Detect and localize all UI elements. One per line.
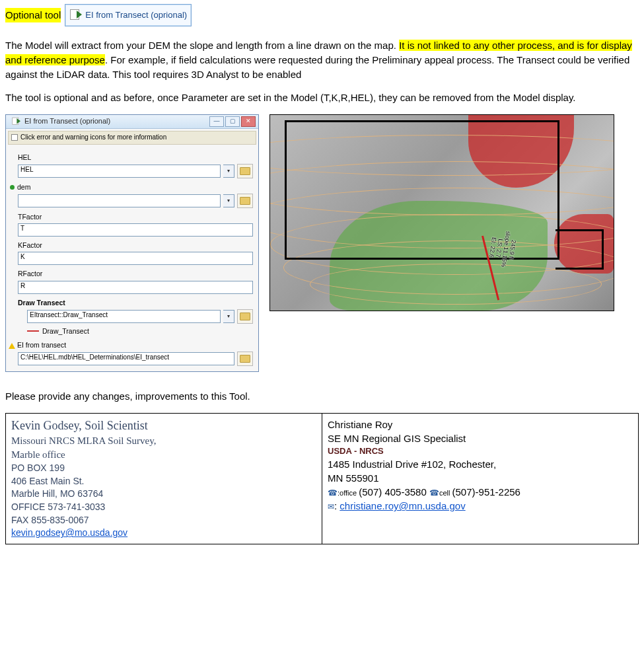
p1-pre: The Model will extract from your DEM the…: [5, 40, 399, 51]
ei-transect-icon: [11, 117, 20, 126]
tfactor-input[interactable]: T: [18, 223, 253, 237]
ei-transect-icon: [68, 9, 83, 22]
contact-left-name: Kevin Godsey, Soil Scientist: [11, 418, 316, 434]
draw-transect-browse-button[interactable]: [237, 309, 253, 324]
dem-label: dem: [18, 182, 253, 192]
dialog-hint-bar[interactable]: Click error and warning icons for more i…: [8, 131, 256, 145]
draw-transect-label: Draw Transect: [18, 298, 253, 308]
rfactor-label: RFactor: [18, 269, 253, 279]
transect-annotation: 245.9 ft slope 11.15% LS: 2.7 EI: 22.6: [487, 229, 518, 268]
mail-icon: ✉: [328, 502, 334, 511]
draw-transect-legend-row: Draw_Transect: [27, 326, 253, 336]
optional-tool-label: Optional tool: [5, 8, 61, 22]
draw-transect-input[interactable]: EItransect::Draw_Transect: [27, 310, 221, 323]
hel-label: HEL: [18, 153, 253, 163]
folder-icon: [240, 313, 250, 320]
paragraph-1: The Model will extract from your DEM the…: [5, 38, 639, 81]
expand-icon: [11, 134, 18, 141]
figures-row: EI from Transect (oprional) — ▢ ✕ Click …: [5, 114, 639, 372]
contact-right-cell-phone: (507)-951-2256: [452, 486, 520, 498]
draw-transect-dropdown-button[interactable]: ▾: [223, 310, 234, 323]
hel-dropdown-button[interactable]: ▾: [223, 165, 234, 178]
contact-right-addr1: 1485 Industrial Drive #102, Rochester,: [328, 457, 633, 471]
phone-icon: ☎: [328, 488, 338, 498]
contact-right-phones: ☎:office (507) 405-3580 ☎cell (507)-951-…: [328, 485, 633, 499]
rfactor-input[interactable]: R: [18, 281, 253, 294]
contact-right-cell: Christiane Roy SE MN Regional GIS Specia…: [322, 414, 639, 544]
paragraph-3: Please provide any changes, improvements…: [5, 389, 639, 404]
warning-icon: [9, 343, 15, 349]
contact-left-citystate: Marble Hill, MO 63764: [11, 488, 316, 501]
ei-output-browse-button[interactable]: [237, 352, 253, 366]
contact-left-org2: Marble office: [11, 448, 316, 462]
contact-left-org1: Missouri NRCS MLRA Soil Survey,: [11, 434, 316, 448]
transect-symbol-icon: [27, 330, 39, 332]
contact-right-title: SE MN Regional GIS Specialist: [328, 431, 633, 445]
contact-right-agency: USDA - NRCS: [328, 445, 633, 457]
contacts-table: Kevin Godsey, Soil Scientist Missouri NR…: [5, 413, 639, 544]
minimize-button[interactable]: —: [209, 116, 224, 127]
folder-icon: [240, 167, 250, 175]
maximize-button[interactable]: ▢: [225, 116, 240, 127]
tfactor-label: TFactor: [18, 212, 253, 222]
ei-output-label: EI from transect: [18, 340, 253, 350]
contact-right-office-phone: (507) 405-3580: [359, 486, 427, 498]
tool-button-label: EI from Transect (oprional): [85, 9, 187, 22]
map-preview: 245.9 ft slope 11.15% LS: 2.7 EI: 22.6: [269, 114, 614, 311]
contact-left-cell: Kevin Godsey, Soil Scientist Missouri NR…: [6, 414, 322, 544]
contact-left-po: PO BOX 199: [11, 462, 316, 475]
ei-from-transect-tool-button[interactable]: EI from Transect (oprional): [65, 4, 192, 26]
dialog-hint-text: Click error and warning icons for more i…: [20, 133, 166, 143]
kfactor-input[interactable]: K: [18, 252, 253, 265]
optional-tool-row: Optional tool EI from Transect (oprional…: [5, 4, 639, 26]
dem-browse-button[interactable]: [237, 194, 253, 208]
contact-right-name: Christiane Roy: [328, 418, 633, 431]
dem-input[interactable]: [18, 194, 221, 207]
ei-transect-dialog: EI from Transect (oprional) — ▢ ✕ Click …: [5, 114, 259, 372]
contact-right-addr2: MN 555901: [328, 471, 633, 485]
contact-left-office: OFFICE 573-741-3033: [11, 501, 316, 514]
folder-icon: [240, 355, 250, 363]
contact-left-fax: FAX 855-835-0067: [11, 514, 316, 527]
status-ok-icon: [10, 185, 15, 190]
dem-dropdown-button[interactable]: ▾: [223, 194, 234, 207]
phone-icon: ☎: [429, 488, 439, 498]
folder-icon: [240, 197, 250, 205]
paragraph-2: The tool is optional and as before, once…: [5, 91, 639, 105]
close-button[interactable]: ✕: [241, 116, 256, 127]
ei-output-input[interactable]: C:\HEL\HEL.mdb\HEL_Determinations\EI_tra…: [18, 352, 234, 365]
contact-left-email-link[interactable]: kevin.godsey@mo.usda.gov: [11, 527, 127, 538]
dialog-title-text: EI from Transect (oprional): [24, 116, 110, 127]
kfactor-label: KFactor: [18, 240, 253, 250]
contact-right-email-row: ✉: christiane.roy@mn.usda.gov: [328, 499, 633, 513]
contact-left-street: 406 East Main St.: [11, 475, 316, 488]
hel-browse-button[interactable]: [237, 164, 253, 178]
contact-right-email-link[interactable]: christiane.roy@mn.usda.gov: [340, 500, 465, 511]
dialog-titlebar[interactable]: EI from Transect (oprional) — ▢ ✕: [6, 115, 258, 129]
draw-transect-sublabel: Draw_Transect: [42, 326, 89, 336]
hel-input[interactable]: HEL: [18, 165, 221, 178]
